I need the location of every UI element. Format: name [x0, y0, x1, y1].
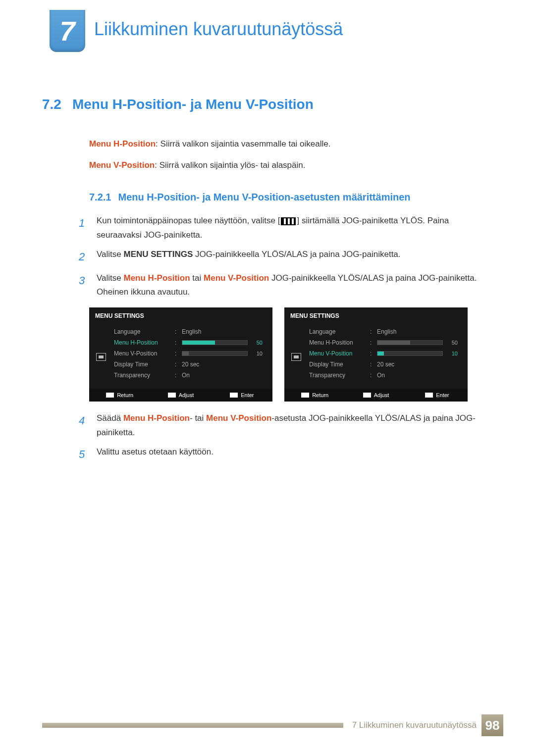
text-menu-h: : Siirrä valikon sijaintia vasemmalle ta… [156, 139, 330, 149]
step-5: 5 Valittu asetus otetaan käyttöön. [79, 445, 490, 463]
step-3: 3 Valitse Menu H-Position tai Menu V-Pos… [79, 271, 490, 300]
label-menu-h: Menu H-Position [89, 139, 156, 149]
menu-icon [281, 217, 296, 225]
step-number: 5 [79, 445, 90, 463]
step-number: 4 [79, 411, 90, 440]
osd-footer: Return Adjust Enter [89, 389, 272, 402]
footer-bar [42, 723, 343, 728]
enter-icon [425, 393, 433, 398]
osd-return-icon [291, 353, 301, 361]
step-text: Säädä Menu H-Position- tai Menu V-Positi… [97, 411, 490, 440]
section-title: Menu H-Position- ja Menu V-Position [72, 97, 314, 112]
subsection-title: Menu H-Position- ja Menu V-Position-aset… [118, 192, 410, 203]
osd-row-hpos: Menu H-Position:50 [309, 337, 458, 348]
osd-row-transparency: Transparency:On [309, 370, 458, 381]
section-number: 7.2 [42, 97, 61, 112]
osd-panel-h: MENU SETTINGS Language:English Menu H-Po… [89, 307, 272, 402]
adjust-icon [168, 393, 176, 398]
osd-row-vpos: Menu V-Position:10 [114, 348, 263, 359]
osd-slider [182, 340, 248, 345]
osd-footer: Return Adjust Enter [284, 389, 468, 402]
osd-row-hpos: Menu H-Position:50 [114, 337, 263, 348]
step-text: Valittu asetus otetaan käyttöön. [97, 445, 490, 463]
osd-slider [377, 351, 443, 356]
page-footer: 7 Liikkuminen kuvaruutunäytössä 98 [42, 714, 503, 736]
osd-row-transparency: Transparency:On [114, 370, 263, 381]
step-text: Valitse Menu H-Position tai Menu V-Posit… [97, 271, 490, 300]
osd-slider [182, 351, 248, 356]
osd-return-icon [96, 353, 106, 361]
osd-row-displaytime: Display Time:20 sec [309, 359, 458, 370]
footer-chapter-label: 7 Liikkuminen kuvaruutunäytössä [352, 720, 477, 730]
osd-row-language: Language:English [114, 326, 263, 337]
page-number: 98 [482, 714, 503, 736]
osd-row-language: Language:English [309, 326, 458, 337]
step-2: 2 Valitse MENU SETTINGS JOG-painikkeella… [79, 248, 490, 266]
osd-panel-v: MENU SETTINGS Language:English Menu H-Po… [284, 307, 468, 402]
osd-row-displaytime: Display Time:20 sec [114, 359, 263, 370]
step-number: 3 [79, 271, 90, 300]
adjust-icon [363, 393, 371, 398]
osd-title: MENU SETTINGS [89, 307, 272, 324]
label-menu-v: Menu V-Position [89, 160, 155, 170]
step-text: Kun toimintonäppäinopas tulee näyttöön, … [97, 214, 490, 243]
enter-icon [230, 393, 238, 398]
return-icon [301, 393, 309, 398]
chapter-title: Liikkuminen kuvaruutunäytössä [94, 19, 343, 40]
description-v: Menu V-Position: Siirrä valikon sijainti… [89, 158, 490, 172]
return-icon [106, 393, 114, 398]
step-text: Valitse MENU SETTINGS JOG-painikkeella Y… [97, 248, 490, 266]
description-h: Menu H-Position: Siirrä valikon sijainti… [89, 137, 490, 151]
text-menu-v: : Siirrä valikon sijaintia ylös- tai ala… [155, 160, 305, 170]
osd-title: MENU SETTINGS [284, 307, 468, 324]
chapter-number-badge: 7 [50, 10, 85, 52]
step-number: 2 [79, 248, 90, 266]
subsection-heading: 7.2.1 Menu H-Position- ja Menu V-Positio… [89, 192, 490, 203]
step-4: 4 Säädä Menu H-Position- tai Menu V-Posi… [79, 411, 490, 440]
osd-slider [377, 340, 443, 345]
section-heading: 7.2 Menu H-Position- ja Menu V-Position [42, 97, 490, 112]
step-number: 1 [79, 214, 90, 243]
subsection-number: 7.2.1 [89, 192, 111, 203]
osd-row-vpos: Menu V-Position:10 [309, 348, 458, 359]
step-1: 1 Kun toimintonäppäinopas tulee näyttöön… [79, 214, 490, 243]
